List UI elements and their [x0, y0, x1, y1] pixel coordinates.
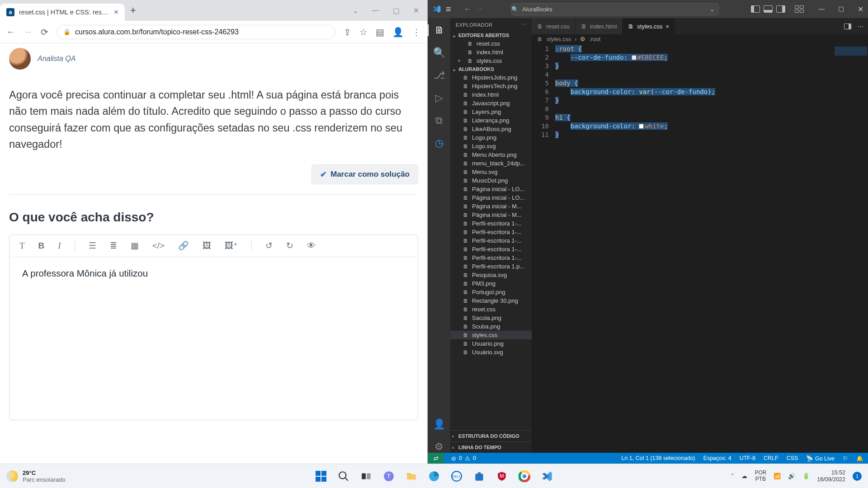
customize-layout-icon[interactable] — [795, 5, 804, 13]
bookmark-icon[interactable]: ☆ — [359, 27, 368, 38]
run-debug-icon[interactable]: ▷ — [435, 92, 443, 104]
file-tree-item[interactable]: 🗎Página inicial - M... — [450, 202, 532, 211]
volume-icon[interactable]: 🔊 — [788, 473, 795, 479]
file-tree-item[interactable]: 🗎Perfil-escritora 1-... — [450, 219, 532, 228]
minimap[interactable] — [832, 44, 868, 62]
italic-icon[interactable]: I — [58, 241, 61, 251]
more-icon[interactable]: ⋮ — [412, 27, 421, 38]
editor-tab[interactable]: 🗎styles.css× — [623, 18, 675, 34]
nav-forward-icon[interactable]: → — [476, 5, 484, 14]
command-center[interactable]: 🔍 AluraBooks ⌄ — [511, 3, 719, 15]
close-icon[interactable]: ✕ — [413, 6, 419, 15]
browser-tab[interactable]: a reset.css | HTML e CSS: responsiv × — [0, 4, 125, 21]
battery-icon[interactable]: 🔋 — [802, 473, 810, 479]
bold-icon[interactable]: B — [38, 241, 45, 251]
chrome-app-icon[interactable] — [517, 469, 532, 483]
redo-icon[interactable]: ↻ — [286, 240, 293, 251]
share-icon[interactable]: ⇪ — [344, 27, 351, 38]
code-content[interactable]: :root { --cor-de-fundo: #EBECEE; } body … — [555, 44, 868, 453]
vscode-app-icon[interactable] — [540, 469, 554, 483]
profile-icon[interactable]: 👤 — [392, 27, 404, 38]
feedback-icon[interactable]: ⚐ — [843, 455, 848, 462]
indentation[interactable]: Espaços: 4 — [703, 455, 731, 461]
minimize-icon[interactable]: — — [372, 6, 379, 14]
open-editor-item[interactable]: 🗎reset.css — [450, 39, 532, 48]
language-mode[interactable]: CSS — [787, 455, 798, 461]
editor-tab[interactable]: 🗎index.html — [576, 18, 623, 34]
outline-section[interactable]: ›ESTRUTURA DO CÓDIGO — [450, 430, 532, 441]
forward-icon[interactable]: → — [24, 27, 33, 37]
ms-store-icon[interactable] — [472, 469, 486, 483]
live-share-icon[interactable]: ◷ — [435, 137, 443, 149]
file-tree-item[interactable]: 🗎Logo.svg — [450, 142, 532, 150]
go-live-button[interactable]: 📡 Go Live — [806, 455, 835, 462]
language-indicator[interactable]: PORPTB — [755, 470, 766, 482]
file-tree-item[interactable]: 🗎Logo.png — [450, 133, 532, 142]
preview-icon[interactable]: 👁 — [307, 241, 316, 251]
file-tree-item[interactable]: 🗎Rectangle 30.png — [450, 296, 532, 305]
mark-solution-button[interactable]: ✔ Marcar como solução — [311, 164, 418, 184]
onedrive-icon[interactable]: ☁ — [741, 473, 747, 479]
text-style-icon[interactable]: T — [19, 241, 25, 251]
ol-icon[interactable]: ≣ — [110, 240, 117, 251]
file-tree-item[interactable]: 🗎Pesquisa.svg — [450, 271, 532, 279]
file-tree-item[interactable]: 🗎styles.css — [450, 331, 532, 339]
file-tree-item[interactable]: 🗎LikeABoss.png — [450, 125, 532, 133]
file-tree-item[interactable]: 🗎Usuario.png — [450, 339, 532, 348]
editor-tab[interactable]: 🗎reset.css — [532, 18, 576, 34]
remote-icon[interactable]: ⇄ — [428, 453, 444, 464]
hamburger-menu-icon[interactable]: ≡ — [446, 4, 451, 14]
accounts-icon[interactable]: 👤 — [433, 418, 445, 430]
file-tree-item[interactable]: 🗎Javascript.png — [450, 99, 532, 108]
maximize-icon[interactable]: ▢ — [838, 5, 844, 14]
file-tree-item[interactable]: 🗎Layers.png — [450, 108, 532, 116]
dell-icon[interactable]: DELL — [449, 469, 464, 483]
minimize-icon[interactable]: — — [818, 5, 825, 14]
file-tree-item[interactable]: 🗎Página inicial - M... — [450, 211, 532, 219]
chevron-down-icon[interactable]: ⌄ — [353, 6, 359, 15]
task-view-button[interactable] — [359, 469, 373, 483]
timeline-section[interactable]: ›LINHA DO TEMPO — [450, 441, 532, 453]
url-input[interactable]: 🔒 cursos.alura.com.br/forum/topico-reset… — [57, 25, 335, 39]
new-tab-button[interactable]: + — [130, 5, 136, 16]
notifications-badge[interactable]: 1 — [853, 472, 862, 481]
source-control-icon[interactable]: ⎇ — [434, 70, 445, 81]
start-button[interactable] — [314, 469, 328, 483]
file-tree-item[interactable]: 🗎HipstersTech.png — [450, 82, 532, 90]
explorer-icon[interactable]: 🗎 — [428, 24, 450, 36]
cursor-position[interactable]: Ln 1, Col 1 (138 selecionado) — [621, 455, 695, 461]
editor-textarea[interactable]: A professora Mônica já utilizou — [9, 257, 418, 420]
wifi-icon[interactable]: 📶 — [774, 473, 781, 479]
edge-icon[interactable] — [427, 469, 441, 483]
reading-list-icon[interactable]: ▤ — [376, 27, 384, 38]
undo-icon[interactable]: ↺ — [265, 240, 273, 251]
file-tree-item[interactable]: 🗎Usuário.svg — [450, 348, 532, 357]
file-tree-item[interactable]: 🗎Página inicial - LO... — [450, 185, 532, 193]
chevron-down-icon[interactable]: ⌄ — [710, 6, 718, 13]
notifications-icon[interactable]: 🔔 — [856, 455, 863, 462]
file-tree-item[interactable]: 🗎Menu Aberto.png — [450, 150, 532, 159]
table-icon[interactable]: ▦ — [131, 240, 139, 251]
ul-icon[interactable]: ☰ — [89, 240, 96, 251]
close-tab-icon[interactable]: × — [666, 23, 670, 30]
warnings-icon[interactable]: ⚠ — [465, 455, 470, 462]
code-icon[interactable]: </> — [152, 241, 165, 251]
mcafee-icon[interactable]: M — [495, 469, 509, 483]
tray-chevron-icon[interactable]: ˄ — [731, 473, 734, 479]
link-icon[interactable]: 🔗 — [178, 240, 189, 251]
search-button[interactable] — [336, 469, 351, 483]
reload-icon[interactable]: ⟳ — [41, 27, 48, 38]
close-icon[interactable]: × — [458, 58, 463, 64]
encoding[interactable]: UTF-8 — [740, 455, 755, 461]
eol[interactable]: CRLF — [764, 455, 778, 461]
back-icon[interactable]: ← — [6, 27, 15, 37]
weather-widget[interactable]: 29°C Parc ensolarado — [6, 469, 66, 483]
toggle-sidebar-icon[interactable] — [751, 5, 760, 13]
breadcrumbs[interactable]: 🗎 styles.css › ⚙ :root — [532, 34, 868, 44]
file-tree-item[interactable]: 🗎Portugol.png — [450, 288, 532, 296]
file-tree-item[interactable]: 🗎Perfil-escritora 1-... — [450, 228, 532, 236]
errors-icon[interactable]: ⊘ — [451, 455, 456, 462]
file-explorer-icon[interactable] — [404, 469, 419, 483]
maximize-icon[interactable]: ▢ — [393, 6, 400, 15]
toggle-secondary-sidebar-icon[interactable] — [776, 5, 785, 13]
